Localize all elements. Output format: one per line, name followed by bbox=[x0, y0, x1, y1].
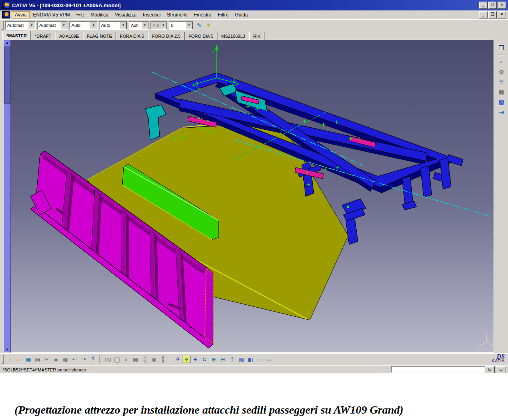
status-bar: *SOLB52/*SET4/*MASTER preselezionato ⊞ ⊡ bbox=[0, 365, 508, 373]
save-icon[interactable]: ▦ bbox=[24, 355, 33, 364]
design-table-icon[interactable]: ▦ bbox=[131, 355, 140, 364]
lock-icon[interactable]: ◉ bbox=[149, 355, 158, 364]
chevron-down-icon[interactable]: ▼ bbox=[90, 22, 97, 29]
color-combo[interactable]: Automat▼ bbox=[5, 21, 36, 30]
layer-combo[interactable]: 0▼ bbox=[169, 21, 193, 30]
orientation-triad[interactable]: z x y bbox=[476, 330, 494, 351]
menu-enovia[interactable]: ENOVIA V5 VPM bbox=[30, 11, 73, 18]
chevron-down-icon[interactable]: ▼ bbox=[28, 22, 35, 29]
tab-ms21069l3[interactable]: MS21069L3 bbox=[217, 32, 249, 40]
exit-workbench-icon[interactable]: ⇥ bbox=[496, 108, 507, 117]
chevron-down-icon[interactable]: ▼ bbox=[120, 22, 127, 29]
ds-catia-logo: DS CATIA bbox=[492, 355, 505, 363]
doc-close-button[interactable]: × bbox=[498, 11, 506, 18]
catia-logo-icon bbox=[2, 2, 10, 9]
workspace-tab-bar: *MASTER *DRAFT A0 A109E FLAG NOTE FORA D… bbox=[0, 31, 508, 40]
doc-restore-button[interactable]: ❐ bbox=[488, 11, 497, 18]
command-input[interactable] bbox=[391, 366, 485, 373]
toolbar-separator bbox=[100, 355, 101, 363]
tab-master[interactable]: *MASTER bbox=[2, 31, 31, 40]
multi-view-icon[interactable]: ◫ bbox=[255, 355, 264, 364]
context-help-icon[interactable]: ? bbox=[88, 355, 98, 364]
axis-y-label: y bbox=[234, 76, 236, 81]
cut-icon[interactable]: ✂ bbox=[42, 355, 51, 364]
scroll-up-icon[interactable]: ▲ bbox=[4, 40, 10, 45]
menu-guida[interactable]: Guida bbox=[232, 11, 251, 18]
document-icon[interactable] bbox=[2, 11, 10, 18]
print-icon[interactable]: ▤ bbox=[33, 355, 42, 364]
copy-icon[interactable]: ▣ bbox=[51, 355, 61, 364]
model-3d[interactable]: z x y z x y bbox=[10, 40, 494, 353]
iso-view-icon[interactable]: ▧ bbox=[237, 355, 246, 364]
tab-foro-dia-2-5[interactable]: FORO DIA 2.5 bbox=[148, 32, 185, 40]
render-combo[interactable]: Autl▼ bbox=[129, 21, 149, 30]
dialog-expand-button[interactable]: ⊞ bbox=[485, 366, 495, 373]
status-message: *SOLB52/*SET4/*MASTER preselezionato bbox=[2, 367, 86, 372]
reorder-tree-icon[interactable]: ╠ bbox=[158, 355, 168, 364]
detail-grid-icon[interactable]: ▩ bbox=[496, 98, 507, 107]
close-button[interactable]: × bbox=[498, 2, 506, 9]
menu-file[interactable]: File bbox=[73, 11, 87, 18]
new-document-icon[interactable]: ▯ bbox=[5, 355, 14, 364]
axis-z-label: z bbox=[212, 49, 215, 54]
toolbar-handle[interactable] bbox=[2, 21, 4, 30]
table-grid-icon[interactable]: ▦ bbox=[496, 88, 507, 97]
menu-modifica[interactable]: Modifica bbox=[87, 11, 112, 18]
restore-button[interactable]: ❐ bbox=[488, 2, 497, 9]
redo-icon[interactable]: ↷ bbox=[79, 355, 88, 364]
menu-finestra[interactable]: Finestra bbox=[191, 11, 214, 18]
rotate-icon[interactable]: ↻ bbox=[200, 355, 209, 364]
power-input-button[interactable]: ⊡ bbox=[496, 366, 506, 373]
menu-visualizza[interactable]: Visualizza bbox=[112, 11, 140, 18]
chevron-down-icon[interactable]: ▼ bbox=[141, 22, 148, 29]
tab-draft[interactable]: *DRAFT bbox=[31, 32, 55, 40]
catia-logo-text: CATIA bbox=[492, 359, 505, 363]
tab-fora-dia-5[interactable]: FORA DIA 5 bbox=[116, 32, 148, 40]
zoom-in-icon[interactable]: ⊕ bbox=[209, 355, 218, 364]
chevron-down-icon[interactable]: ▼ bbox=[185, 22, 193, 29]
thickness-combo[interactable]: Auto▼ bbox=[69, 21, 98, 30]
paint-properties-icon[interactable]: ✎ bbox=[195, 21, 204, 30]
fly-mode-icon[interactable]: ✈ bbox=[173, 355, 183, 364]
disabled-combo: Aut▼ bbox=[150, 21, 167, 30]
tab-riv[interactable]: RIV bbox=[249, 32, 264, 40]
parameter-icon[interactable]: 8 bbox=[122, 355, 131, 364]
menu-filtro[interactable]: Filtro bbox=[215, 11, 232, 18]
viewport-3d[interactable]: z x y z x y bbox=[10, 40, 494, 353]
normal-view-icon[interactable]: ↥ bbox=[228, 355, 237, 364]
tab-flag-note[interactable]: FLAG NOTE bbox=[83, 32, 116, 40]
linetype-combo[interactable]: Automat▼ bbox=[37, 21, 68, 30]
axis-properties-icon[interactable]: ✶ bbox=[204, 21, 213, 30]
symbol-combo[interactable]: Auto▼ bbox=[99, 21, 127, 30]
doc-minimize-button[interactable]: _ bbox=[479, 11, 488, 18]
scrollbar-thumb[interactable] bbox=[4, 46, 10, 104]
menu-strumenti[interactable]: Strumenti bbox=[164, 11, 191, 18]
menu-bar: Avvia ENOVIA V5 VPM File Modifica Visual… bbox=[0, 10, 508, 19]
paste-icon[interactable]: ▩ bbox=[61, 355, 70, 364]
render-style-icon[interactable]: ◧ bbox=[246, 355, 255, 364]
triad-x-label: x bbox=[476, 347, 478, 351]
formula-icon[interactable]: ƒ(x) bbox=[103, 355, 112, 364]
zoom-out-icon[interactable]: ⊖ bbox=[218, 355, 228, 364]
tab-foro-dia-5[interactable]: FORO DIA 5 bbox=[185, 32, 217, 40]
scroll-down-icon[interactable]: ▼ bbox=[4, 347, 10, 352]
relations-icon[interactable]: ╬ bbox=[140, 355, 149, 364]
toolbar-handle[interactable] bbox=[2, 355, 4, 364]
select-cursor-icon[interactable]: ↖ bbox=[496, 57, 507, 67]
menu-inserisci[interactable]: Inserisci bbox=[140, 11, 164, 18]
comment-icon[interactable]: ◯ bbox=[112, 355, 122, 364]
menu-avvia[interactable]: Avvia bbox=[12, 11, 30, 18]
figure-caption: (Progettazione attrezzo per installazion… bbox=[0, 373, 508, 416]
tab-a0-a109e[interactable]: A0 A109E bbox=[55, 32, 83, 40]
quick-view-icon[interactable]: ▭ bbox=[264, 355, 274, 364]
tools-gear-icon[interactable]: ⚙ bbox=[496, 67, 507, 77]
open-folder-icon[interactable]: ▱ bbox=[14, 355, 24, 364]
vertical-scrollbar[interactable]: ▲ ▼ bbox=[4, 40, 11, 352]
cascade-windows-icon[interactable]: ❐ bbox=[496, 43, 507, 53]
minimize-button[interactable]: _ bbox=[479, 2, 488, 9]
structure-stack-icon[interactable]: ≣ bbox=[496, 77, 507, 87]
undo-icon[interactable]: ↶ bbox=[70, 355, 79, 364]
chevron-down-icon[interactable]: ▼ bbox=[60, 22, 67, 29]
fit-all-icon[interactable]: ❖ bbox=[183, 356, 191, 363]
pan-icon[interactable]: + bbox=[191, 355, 200, 364]
